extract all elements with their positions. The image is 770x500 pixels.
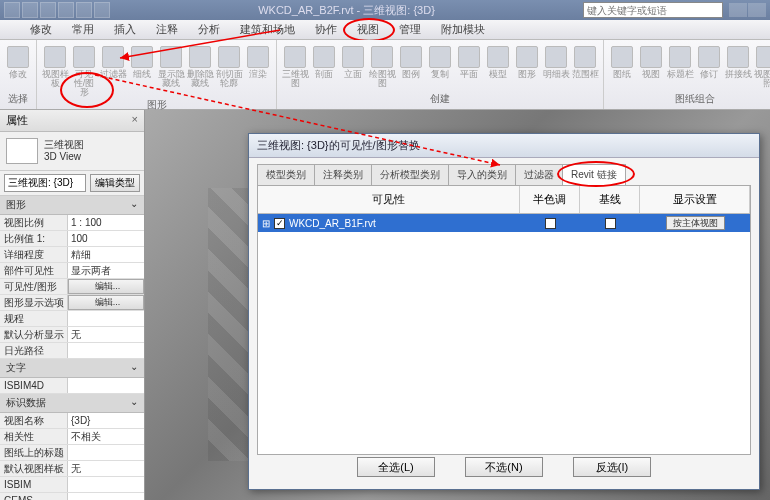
property-section-header[interactable]: 图形⌄ [0, 196, 144, 215]
link-row[interactable]: ⊞ ✓ WKCD_AR_B1F.rvt 按主体视图 [258, 214, 750, 232]
ribbon-button[interactable]: 过滤器 [99, 42, 127, 97]
halftone-checkbox[interactable] [545, 218, 556, 229]
tab-filters[interactable]: 过滤器 [515, 164, 563, 185]
ribbon-button[interactable]: 范围框 [571, 42, 599, 91]
ribbon-button[interactable]: 明细表 [542, 42, 570, 91]
tab-annotate[interactable]: 注释 [146, 20, 188, 39]
property-value[interactable]: 无 [68, 327, 144, 342]
ribbon-button[interactable]: 删除隐藏线 [186, 42, 214, 97]
expand-icon[interactable]: ⊞ [262, 218, 270, 229]
property-value[interactable]: {3D} [68, 413, 144, 428]
ribbon-group: 修改选择 [0, 40, 37, 109]
ribbon-button[interactable]: 视图参照 [753, 42, 770, 91]
tab-revit-links[interactable]: Revit 链接 [562, 164, 626, 185]
property-section-header[interactable]: 标识数据⌄ [0, 394, 144, 413]
ribbon-icon [545, 46, 567, 68]
ribbon-button[interactable]: 图形 [513, 42, 541, 91]
tab-analyze[interactable]: 分析 [188, 20, 230, 39]
tab-analytical-categories[interactable]: 分析模型类别 [371, 164, 449, 185]
select-none-button[interactable]: 不选(N) [465, 457, 543, 477]
ribbon-button[interactable]: 视图 [637, 42, 665, 91]
property-value[interactable] [68, 493, 144, 500]
property-value[interactable] [68, 378, 144, 393]
display-settings-button[interactable]: 按主体视图 [666, 216, 725, 230]
property-value[interactable]: 精细 [68, 247, 144, 262]
property-section-header[interactable]: 文字⌄ [0, 359, 144, 378]
maximize-button[interactable] [748, 3, 766, 17]
property-value[interactable]: 1 : 100 [68, 215, 144, 230]
ribbon-button[interactable]: 渲染 [244, 42, 272, 97]
edit-type-button[interactable]: 编辑类型 [90, 174, 140, 192]
tab-imported-categories[interactable]: 导入的类别 [448, 164, 516, 185]
ribbon-button[interactable]: 剖面 [310, 42, 338, 91]
property-value[interactable]: 编辑... [68, 295, 144, 310]
ribbon-button[interactable]: 绘图视图 [368, 42, 396, 91]
ribbon-button[interactable]: 平面 [455, 42, 483, 91]
minimize-button[interactable] [729, 3, 747, 17]
type-selector[interactable]: 三维视图 3D View [0, 132, 144, 171]
property-key: 日光路径 [0, 343, 68, 358]
ribbon-button[interactable]: 可见性/图形 [70, 42, 98, 97]
select-all-button[interactable]: 全选(L) [357, 457, 435, 477]
ribbon-button[interactable]: 模型 [484, 42, 512, 91]
ribbon-icon [189, 46, 211, 68]
ribbon-button[interactable]: 复制 [426, 42, 454, 91]
tab-view[interactable]: 视图 [347, 20, 389, 39]
ribbon-label: 显示隐藏线 [157, 70, 185, 88]
tab-collab[interactable]: 协作 [305, 20, 347, 39]
help-search-input[interactable] [583, 2, 723, 18]
ribbon-button[interactable]: 拼接线 [724, 42, 752, 91]
tab-annotation-categories[interactable]: 注释类别 [314, 164, 372, 185]
property-value[interactable] [68, 477, 144, 492]
property-value[interactable]: 显示两者 [68, 263, 144, 278]
ribbon-button[interactable]: 三维视图 [281, 42, 309, 91]
property-row: 详细程度精细 [0, 247, 144, 263]
property-row: CEMS [0, 493, 144, 500]
visibility-checkbox[interactable]: ✓ [274, 218, 285, 229]
ribbon-button[interactable]: 修改 [4, 42, 32, 91]
properties-title: 属性 × [0, 110, 144, 132]
property-value[interactable] [68, 343, 144, 358]
window-title: WKCD_AR_B2F.rvt - 三维视图: {3D} [110, 3, 583, 18]
tab-modify[interactable]: 修改 [20, 20, 62, 39]
property-value[interactable] [68, 445, 144, 460]
qat-print-icon[interactable] [94, 2, 110, 18]
view-thumb-icon [6, 138, 38, 164]
ribbon-button[interactable]: 显示隐藏线 [157, 42, 185, 97]
property-key: 比例值 1: [0, 231, 68, 246]
qat-redo-icon[interactable] [76, 2, 92, 18]
properties-close-icon[interactable]: × [132, 113, 138, 128]
ribbon-icon [698, 46, 720, 68]
property-value[interactable]: 不相关 [68, 429, 144, 444]
instance-selector[interactable]: 三维视图: {3D} [4, 174, 86, 192]
property-value[interactable] [68, 311, 144, 326]
property-value[interactable]: 100 [68, 231, 144, 246]
ribbon-label: 立面 [344, 70, 362, 79]
tab-addins[interactable]: 附加模块 [431, 20, 495, 39]
ribbon-button[interactable]: 剖切面轮廓 [215, 42, 243, 97]
qat-undo-icon[interactable] [58, 2, 74, 18]
tab-insert[interactable]: 插入 [104, 20, 146, 39]
ribbon-icon [313, 46, 335, 68]
qat-open-icon[interactable] [22, 2, 38, 18]
ribbon-button[interactable]: 标题栏 [666, 42, 694, 91]
property-key: 相关性 [0, 429, 68, 444]
property-value[interactable]: 编辑... [68, 279, 144, 294]
ribbon-icon [640, 46, 662, 68]
ribbon-button[interactable]: 图例 [397, 42, 425, 91]
property-value[interactable]: 无 [68, 461, 144, 476]
ribbon-button[interactable]: 细线 [128, 42, 156, 97]
ribbon-button[interactable]: 立面 [339, 42, 367, 91]
tab-manage[interactable]: 管理 [389, 20, 431, 39]
property-key: 图纸上的标题 [0, 445, 68, 460]
invert-selection-button[interactable]: 反选(I) [573, 457, 651, 477]
ribbon-button[interactable]: 修订 [695, 42, 723, 91]
tab-site[interactable]: 建筑和场地 [230, 20, 305, 39]
tab-home[interactable]: 常用 [62, 20, 104, 39]
ribbon-button[interactable]: 视图样板 [41, 42, 69, 97]
ribbon-button[interactable]: 图纸 [608, 42, 636, 91]
tab-model-categories[interactable]: 模型类别 [257, 164, 315, 185]
app-menu-icon[interactable] [4, 2, 20, 18]
qat-save-icon[interactable] [40, 2, 56, 18]
underlay-checkbox[interactable] [605, 218, 616, 229]
